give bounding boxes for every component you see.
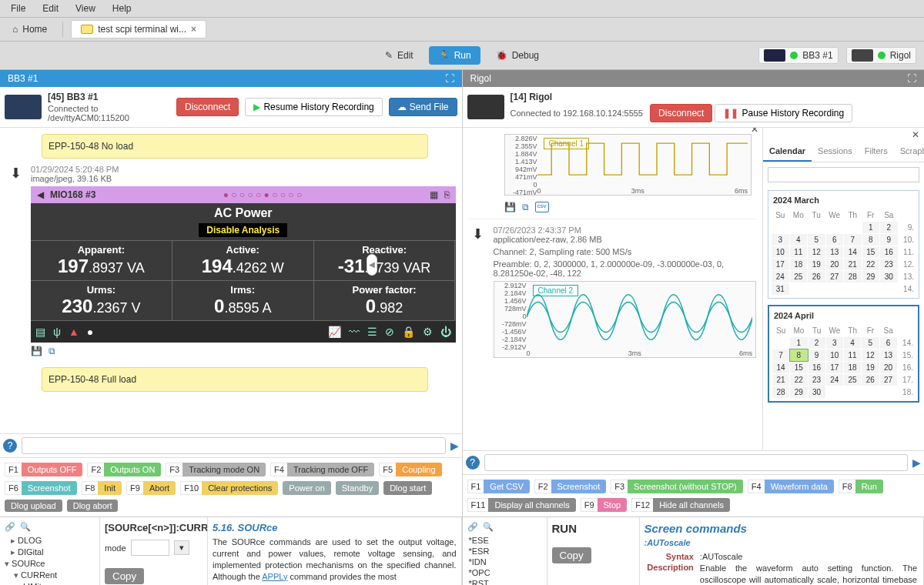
save-icon[interactable]: 💾 bbox=[31, 346, 42, 356]
tree-item[interactable]: CURRent bbox=[5, 570, 95, 581]
calendar-day[interactable]: 18 bbox=[790, 259, 808, 270]
calendar-day[interactable]: 29 bbox=[862, 271, 880, 282]
calendar-day[interactable]: 27 bbox=[880, 374, 897, 386]
calendar-day[interactable]: 8 bbox=[862, 234, 880, 246]
fkey-button[interactable]: F8Run bbox=[839, 480, 883, 493]
edit-button[interactable]: ✎ Edit bbox=[376, 46, 423, 65]
fkey-button[interactable]: F2Screenshot bbox=[534, 480, 607, 493]
menu-file[interactable]: File bbox=[3, 2, 33, 15]
rec-icon[interactable]: ● bbox=[87, 326, 93, 338]
search-icon[interactable]: 🔍 bbox=[20, 522, 31, 532]
scpi-tree[interactable]: 🔗🔍 DLOGDIGitalSOURceCURRentLIMitMODEPROT… bbox=[0, 517, 100, 585]
menu-edit[interactable]: Edit bbox=[35, 2, 66, 15]
calendar-day[interactable]: 23 bbox=[808, 374, 825, 386]
calendar-day[interactable]: 9 bbox=[808, 349, 825, 361]
calendar-day[interactable]: 1 bbox=[862, 222, 880, 233]
pause-recording-button[interactable]: ❚❚ Pause History Recording bbox=[715, 104, 852, 122]
link-icon[interactable]: 🔗 bbox=[5, 522, 15, 532]
calendar-day[interactable]: 20 bbox=[826, 259, 844, 270]
search-icon[interactable]: 🔍 bbox=[483, 522, 494, 532]
disable-analysis-button[interactable]: Disable Analysis bbox=[199, 223, 287, 237]
calendar-day[interactable]: 4 bbox=[790, 234, 808, 246]
maximize-icon[interactable]: ⛶ bbox=[907, 73, 916, 84]
csv-badge[interactable]: csv bbox=[535, 202, 549, 212]
download-icon[interactable]: ⬇ bbox=[6, 165, 25, 359]
link-icon[interactable]: 🔗 bbox=[467, 522, 478, 532]
calendar-day[interactable]: 26 bbox=[862, 374, 879, 386]
calendar-day[interactable]: 14 bbox=[844, 246, 862, 258]
scpi-item[interactable]: *ESE bbox=[467, 535, 542, 546]
send-icon[interactable]: ▶ bbox=[450, 440, 459, 452]
download-icon[interactable]: ⬇ bbox=[469, 226, 487, 361]
scope-chart-ch1[interactable]: ✕ Channel 1 2.826V2.355V1.884V1.413V942m… bbox=[504, 134, 752, 196]
command-input[interactable] bbox=[22, 437, 446, 454]
help-icon[interactable]: ? bbox=[3, 439, 17, 453]
calendar-april[interactable]: 2024 April SuMoTuWeThFrSa12345614.789101… bbox=[768, 305, 919, 403]
calendar-day[interactable]: 15 bbox=[862, 246, 880, 258]
calendar-search-input[interactable] bbox=[768, 167, 919, 182]
calendar-tab[interactable]: Filters bbox=[859, 142, 894, 162]
fkey-button[interactable]: Dlog upload bbox=[5, 500, 62, 512]
fkey-button[interactable]: F9Abort bbox=[126, 481, 176, 495]
fkey-button[interactable]: F4Tracking mode OFF bbox=[270, 463, 374, 476]
calendar-day[interactable]: 22 bbox=[862, 259, 880, 270]
calendar-day[interactable]: 23 bbox=[880, 259, 898, 270]
calendar-march[interactable]: 2024 March SuMoTuWeThFrSa129.345678910.1… bbox=[768, 190, 919, 299]
calendar-day[interactable]: 10 bbox=[772, 246, 789, 258]
calendar-day[interactable]: 17 bbox=[826, 362, 843, 373]
block-icon[interactable]: ⊘ bbox=[385, 326, 394, 338]
calendar-day[interactable]: 13 bbox=[826, 246, 844, 258]
calendar-day[interactable]: 24 bbox=[826, 374, 843, 386]
calendar-day[interactable]: 11 bbox=[790, 246, 808, 258]
calendar-day[interactable]: 28 bbox=[772, 386, 789, 398]
fkey-button[interactable]: Dlog abort bbox=[67, 500, 119, 512]
fkey-button[interactable]: F11Display all channels bbox=[467, 498, 576, 512]
close-icon[interactable]: ✕ bbox=[912, 129, 919, 140]
fkey-button[interactable]: F1Outputs OFF bbox=[5, 463, 82, 476]
lock-icon[interactable]: 🔒 bbox=[402, 326, 415, 338]
calendar-day[interactable]: 3 bbox=[772, 234, 789, 246]
calendar-day[interactable]: 12 bbox=[862, 349, 879, 361]
calendar-day[interactable]: 21 bbox=[772, 374, 789, 386]
list-icon[interactable]: ☰ bbox=[367, 326, 377, 338]
tri-icon[interactable]: ▲ bbox=[69, 326, 79, 338]
calendar-tab[interactable]: Calendar bbox=[763, 142, 812, 162]
fkey-button[interactable]: F12Hide all channels bbox=[631, 498, 730, 512]
grid-icon[interactable]: ▦ bbox=[430, 189, 438, 200]
tree-item[interactable]: SOURce bbox=[5, 558, 95, 570]
fkey-button[interactable]: F1Get CSV bbox=[467, 480, 530, 493]
calendar-day[interactable]: 8 bbox=[790, 349, 807, 361]
calendar-day[interactable]: 29 bbox=[790, 386, 807, 398]
debug-button[interactable]: 🐞 Debug bbox=[487, 46, 548, 65]
fkey-button[interactable]: F8Init bbox=[82, 481, 122, 495]
tree-item[interactable]: DIGital bbox=[5, 547, 95, 558]
calendar-day[interactable]: 21 bbox=[844, 259, 862, 270]
calendar-day[interactable]: 14 bbox=[772, 362, 789, 373]
help-icon[interactable]: ? bbox=[466, 456, 480, 470]
send-file-button[interactable]: ☁ Send File bbox=[389, 98, 457, 116]
calendar-day[interactable]: 13 bbox=[880, 349, 897, 361]
calendar-day[interactable]: 31 bbox=[772, 283, 789, 295]
fkey-button[interactable]: F3Screenshot (without STOP) bbox=[611, 480, 743, 493]
copy-button[interactable]: Copy bbox=[105, 568, 144, 584]
left-pane-tab[interactable]: BB3 #1 ⛶ bbox=[0, 70, 462, 87]
screen-commands-doc[interactable]: Screen commands :AUToscale Syntax:AUTosc… bbox=[640, 517, 925, 585]
calendar-day[interactable]: 19 bbox=[808, 259, 825, 270]
calendar-day[interactable]: 6 bbox=[826, 234, 844, 246]
tree-item[interactable]: DLOG bbox=[5, 535, 95, 547]
chart-icon[interactable]: 📈 bbox=[328, 326, 341, 338]
tree-item[interactable]: LIMit bbox=[5, 581, 95, 585]
calendar-day[interactable]: 7 bbox=[772, 349, 789, 361]
calendar-day[interactable]: 5 bbox=[808, 234, 825, 246]
scpi-item[interactable]: *RST bbox=[467, 578, 542, 585]
disconnect-button[interactable]: Disconnect bbox=[650, 104, 712, 122]
calendar-tab[interactable]: Sessions bbox=[812, 142, 859, 162]
history-note[interactable]: EPP-150-48 No load bbox=[42, 134, 428, 159]
calendar-day[interactable]: 25 bbox=[790, 271, 808, 282]
right-history[interactable]: ✕ Channel 1 2.826V2.355V1.884V1.413V942m… bbox=[463, 128, 763, 450]
calendar-day[interactable]: 28 bbox=[844, 271, 862, 282]
send-icon[interactable]: ▶ bbox=[912, 456, 921, 469]
menu-help[interactable]: Help bbox=[105, 2, 139, 15]
gear-icon[interactable]: ⚙ bbox=[423, 326, 433, 338]
copy-icon[interactable]: ⧉ bbox=[522, 202, 529, 212]
